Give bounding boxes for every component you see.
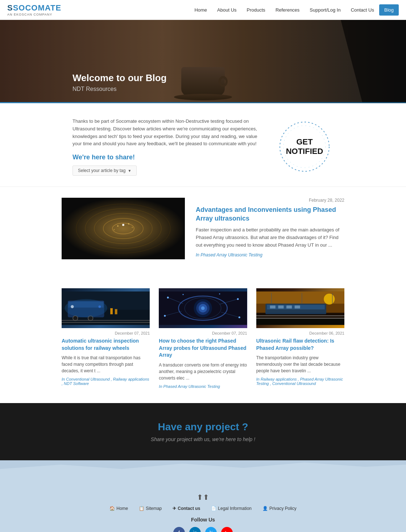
featured-section: February 28, 2022 Advantages and Inconve… bbox=[0, 187, 406, 281]
svg-point-37 bbox=[237, 298, 239, 300]
svg-rect-49 bbox=[270, 306, 275, 309]
logo-subtitle: AN EKOSCAN COMPANY bbox=[7, 13, 61, 16]
tag-selector-button[interactable]: Select your article by tag ▼ bbox=[72, 166, 137, 176]
nav-blog[interactable]: Blog bbox=[379, 4, 399, 16]
featured-article-date: February 28, 2022 bbox=[196, 198, 344, 203]
svg-point-12 bbox=[132, 227, 133, 228]
article-image-phased bbox=[159, 288, 247, 328]
tag-selector-label: Select your article by tag bbox=[78, 168, 125, 173]
featured-article-tag[interactable]: In Phased Array Ultrasonic Testing bbox=[196, 252, 344, 257]
intro-text: Thanks to be part of Socomate ecosystem … bbox=[72, 118, 261, 176]
nav-support[interactable]: Support/Log In bbox=[304, 4, 345, 16]
article-excerpt-0: While it is true that rail transportatio… bbox=[62, 355, 150, 374]
rail-flaw-svg bbox=[256, 288, 344, 328]
article-image-rail-flaw bbox=[256, 288, 344, 328]
nav-products[interactable]: Products bbox=[242, 4, 270, 16]
svg-point-11 bbox=[113, 229, 115, 230]
article-title-0[interactable]: Automatic ultrasonic inspection solution… bbox=[62, 338, 150, 352]
featured-article-image bbox=[62, 198, 185, 259]
footer-nav-home[interactable]: 🏠 Home bbox=[109, 506, 128, 511]
notified-label: NOTIFIED bbox=[286, 147, 323, 156]
article-title-2[interactable]: Ultrasonic Rail flaw detection: Is Phase… bbox=[256, 338, 344, 352]
svg-point-40 bbox=[183, 294, 184, 295]
article-excerpt-1: A transducer converts one form of energy… bbox=[159, 362, 247, 381]
youtube-icon[interactable]: ▶ bbox=[221, 527, 233, 532]
privacy-icon: 👤 bbox=[262, 506, 268, 511]
chevron-down-icon: ▼ bbox=[128, 169, 131, 173]
svg-point-36 bbox=[167, 297, 169, 298]
up-arrow-icon: ⬆⬆ bbox=[7, 493, 399, 502]
get-notified-widget[interactable]: GET NOTIFIED bbox=[276, 118, 334, 176]
hero-subtitle: NDT Ressources bbox=[72, 86, 167, 92]
main-nav: Home About Us Products References Suppor… bbox=[189, 4, 399, 16]
twitter-icon[interactable]: 𝕏 bbox=[205, 527, 217, 532]
svg-rect-2 bbox=[62, 198, 185, 259]
article-date-1: December 07, 2021 bbox=[159, 331, 247, 335]
nav-home[interactable]: Home bbox=[189, 4, 212, 16]
intro-section: Thanks to be part of Socomate ecosystem … bbox=[0, 103, 406, 187]
hero-cup-illustration bbox=[170, 56, 236, 103]
articles-grid: December 07, 2021 Automatic ultrasonic i… bbox=[0, 281, 406, 403]
contact-icon: ✈ bbox=[173, 506, 176, 511]
featured-article: February 28, 2022 Advantages and Inconve… bbox=[62, 190, 344, 267]
footer-nav-contact[interactable]: ✈ Contact us bbox=[173, 506, 200, 511]
legal-icon: 📄 bbox=[211, 506, 216, 511]
social-icons: f in 𝕏 ▶ bbox=[7, 527, 399, 532]
cta-section: Have any project ? Share your project wi… bbox=[0, 403, 406, 460]
intro-body: Thanks to be part of Socomate ecosystem … bbox=[72, 118, 261, 148]
railway-svg bbox=[62, 288, 150, 328]
svg-rect-58 bbox=[256, 319, 344, 325]
wave-svg bbox=[62, 198, 185, 259]
article-date-2: December 06, 2021 bbox=[256, 331, 344, 335]
cta-subtitle: Share your project with us, we're here t… bbox=[7, 436, 399, 442]
article-date-0: December 07, 2021 bbox=[62, 331, 150, 335]
intro-heading: We're here to share! bbox=[72, 154, 261, 161]
svg-rect-22 bbox=[110, 308, 113, 314]
cup-handle bbox=[219, 76, 228, 87]
footer-nav-sitemap[interactable]: 📋 Sitemap bbox=[139, 506, 162, 511]
cup-saucer bbox=[174, 94, 232, 100]
article-card-1: December 07, 2021 How to choose the righ… bbox=[159, 288, 247, 389]
article-excerpt-2: The transportation industry grew tremend… bbox=[256, 355, 344, 374]
svg-point-41 bbox=[219, 293, 220, 294]
article-image-railway bbox=[62, 288, 150, 328]
get-label: GET bbox=[286, 137, 323, 147]
article-tags-2[interactable]: In Railway applications , Phased Array U… bbox=[256, 377, 344, 386]
follow-title: Follow Us bbox=[7, 517, 399, 523]
hero-content: Welcome to our Blog NDT Ressources bbox=[0, 72, 167, 103]
article-tags-1[interactable]: In Phased Array Ultrasonic Testing bbox=[159, 384, 247, 389]
nav-about[interactable]: About Us bbox=[212, 4, 241, 16]
svg-point-9 bbox=[117, 225, 119, 227]
svg-rect-50 bbox=[278, 306, 283, 309]
article-tags-0[interactable]: In Conventional Ultrasound , Railway app… bbox=[62, 377, 150, 386]
cup-body bbox=[181, 67, 225, 96]
footer-nav-privacy[interactable]: 👤 Privacy Policy bbox=[262, 506, 297, 511]
article-card-2: December 06, 2021 Ultrasonic Rail flaw d… bbox=[256, 288, 344, 389]
linkedin-icon[interactable]: in bbox=[189, 527, 201, 532]
nav-contact[interactable]: Contact Us bbox=[346, 4, 379, 16]
svg-point-46 bbox=[324, 294, 335, 305]
logo-text: SSOCOMATE bbox=[7, 3, 61, 13]
article-card-0: December 07, 2021 Automatic ultrasonic i… bbox=[62, 288, 150, 389]
svg-point-21 bbox=[65, 299, 107, 317]
svg-rect-51 bbox=[286, 306, 292, 309]
featured-article-content: February 28, 2022 Advantages and Inconve… bbox=[196, 198, 344, 259]
svg-point-39 bbox=[239, 317, 240, 318]
nav-references[interactable]: References bbox=[270, 4, 304, 16]
get-notified-text: GET NOTIFIED bbox=[286, 137, 323, 156]
home-icon: 🏠 bbox=[109, 506, 115, 511]
svg-point-38 bbox=[164, 315, 166, 317]
phased-svg bbox=[159, 288, 247, 328]
facebook-icon[interactable]: f bbox=[173, 527, 185, 532]
featured-article-title[interactable]: Advantages and Inconvenients using Phase… bbox=[196, 206, 344, 223]
featured-article-excerpt: Faster inspection and a better probabili… bbox=[196, 226, 344, 249]
footer-nav-legal[interactable]: 📄 Legal Information bbox=[211, 506, 252, 511]
svg-point-10 bbox=[128, 223, 129, 225]
svg-rect-52 bbox=[294, 306, 300, 309]
hero-section: Welcome to our Blog NDT Ressources bbox=[0, 20, 406, 103]
article-title-1[interactable]: How to choose the right Phased Array pro… bbox=[159, 338, 247, 359]
header: SSOCOMATE AN EKOSCAN COMPANY Home About … bbox=[0, 0, 406, 20]
svg-rect-23 bbox=[115, 309, 117, 314]
hero-title: Welcome to our Blog bbox=[72, 72, 167, 84]
footer: ⬆⬆ 🏠 Home 📋 Sitemap ✈ Contact us 📄 Legal… bbox=[0, 482, 406, 532]
